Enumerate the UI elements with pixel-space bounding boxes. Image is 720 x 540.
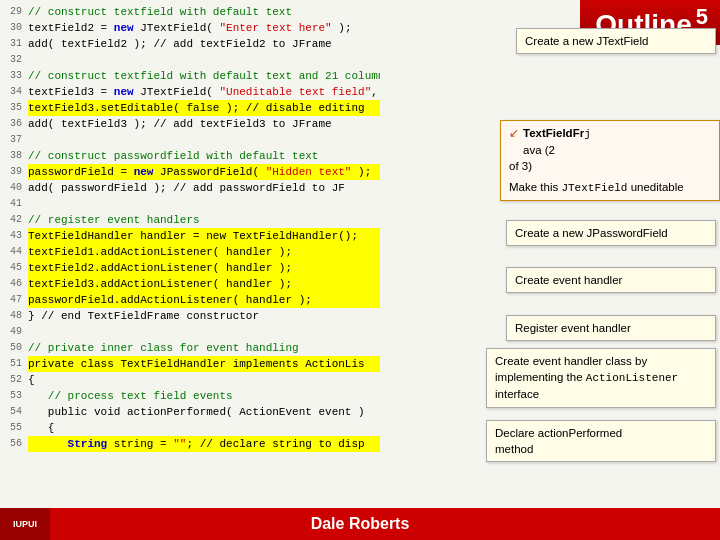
- code-line: 40add( passwordField ); // add passwordF…: [0, 180, 380, 196]
- line-content: add( passwordField ); // add passwordFie…: [28, 180, 380, 196]
- code-line: 31add( textField2 ); // add textField2 t…: [0, 36, 380, 52]
- textfield-fr-of3: of 3): [509, 158, 711, 174]
- tooltip-create-textfield-text: Create a new JTextField: [525, 35, 648, 47]
- line-content: textField2.addActionListener( handler );: [28, 260, 380, 276]
- action-listener-suffix: interface: [495, 388, 539, 400]
- code-line: 54 public void actionPerformed( ActionEv…: [0, 404, 380, 420]
- declare-action-text2: method: [495, 443, 533, 455]
- code-line: 53 // process text field events: [0, 388, 380, 404]
- line-number: 46: [0, 276, 28, 292]
- line-number: 50: [0, 340, 28, 356]
- footer-name: Dale Roberts: [311, 515, 410, 533]
- line-content: // construct textfield with default text…: [28, 68, 380, 84]
- line-content: String string = ""; // declare string to…: [28, 436, 380, 452]
- code-line: 30textField2 = new JTextField( "Enter te…: [0, 20, 380, 36]
- line-content: {: [28, 372, 380, 388]
- code-line: 32: [0, 52, 380, 68]
- line-number: 42: [0, 212, 28, 228]
- code-line: 48} // end TextFieldFrame constructor: [0, 308, 380, 324]
- line-content: passwordField.addActionListener( handler…: [28, 292, 380, 308]
- line-content: {: [28, 420, 380, 436]
- line-number: 56: [0, 436, 28, 452]
- tooltip-textfield-fr: ↙ TextFieldFrj ava (2 of 3) Make this JT…: [500, 120, 720, 201]
- line-number: 34: [0, 84, 28, 100]
- line-content: textField1.addActionListener( handler );: [28, 244, 380, 260]
- tooltip-create-password-text: Create a new JPasswordField: [515, 227, 668, 239]
- tooltip-create-password: Create a new JPasswordField: [506, 220, 716, 246]
- make-uneditable-mono: JTextField: [561, 182, 627, 194]
- line-content: add( textField2 ); // add textField2 to …: [28, 36, 380, 52]
- code-line: 39passwordField = new JPasswordField( "H…: [0, 164, 380, 180]
- line-content: textField2 = new JTextField( "Enter text…: [28, 20, 380, 36]
- line-content: TextFieldHandler handler = new TextField…: [28, 228, 380, 244]
- code-line: 41: [0, 196, 380, 212]
- line-content: add( textField3 ); // add textField3 to …: [28, 116, 380, 132]
- code-line: 51private class TextFieldHandler impleme…: [0, 356, 380, 372]
- tooltip-create-handler: Create event handler: [506, 267, 716, 293]
- code-line: 29// construct textfield with default te…: [0, 4, 380, 20]
- tooltip-make-uneditable: Make this JTextField uneditable: [509, 179, 711, 196]
- line-number: 29: [0, 4, 28, 20]
- line-content: passwordField = new JPasswordField( "Hid…: [28, 164, 380, 180]
- bottom-bar: IUPUI Dale Roberts: [0, 508, 720, 540]
- tooltip-handler-class: Create event handler class by implementi…: [486, 348, 716, 408]
- line-number: 51: [0, 356, 28, 372]
- action-listener-mono: ActionListener: [586, 372, 678, 384]
- code-line: 38// construct passwordfield with defaul…: [0, 148, 380, 164]
- line-number: 35: [0, 100, 28, 116]
- code-line: 42// register event handlers: [0, 212, 380, 228]
- line-number: 41: [0, 196, 28, 212]
- textfield-fr-title: TextFieldFr: [523, 127, 584, 139]
- arrow-icon: ↙: [509, 125, 519, 141]
- line-number: 40: [0, 180, 28, 196]
- line-number: 45: [0, 260, 28, 276]
- outline-number: 5: [696, 4, 708, 29]
- code-line: 49: [0, 324, 380, 340]
- tooltip-create-handler-text: Create event handler: [515, 274, 622, 286]
- line-number: 48: [0, 308, 28, 324]
- tooltip-create-textfield: Create a new JTextField: [516, 28, 716, 54]
- line-number: 39: [0, 164, 28, 180]
- line-number: 30: [0, 20, 28, 36]
- line-content: } // end TextFieldFrame constructor: [28, 308, 380, 324]
- logo-area: IUPUI: [0, 508, 50, 540]
- handler-class-line1: Create event handler class by: [495, 355, 647, 367]
- line-content: // register event handlers: [28, 212, 380, 228]
- line-number: 49: [0, 324, 28, 340]
- code-line: 55 {: [0, 420, 380, 436]
- declare-action-text1: Declare actionPerformed: [495, 427, 622, 439]
- line-number: 36: [0, 116, 28, 132]
- line-number: 31: [0, 36, 28, 52]
- line-content: // private inner class for event handlin…: [28, 340, 380, 356]
- code-line: 50// private inner class for event handl…: [0, 340, 380, 356]
- logo-text: IUPUI: [13, 519, 37, 529]
- line-content: textField3.addActionListener( handler );: [28, 276, 380, 292]
- code-line: 45textField2.addActionListener( handler …: [0, 260, 380, 276]
- textfield-fr-subtitle: ava (2: [523, 144, 555, 156]
- line-number: 53: [0, 388, 28, 404]
- textfield-fr-mono: j: [584, 128, 591, 140]
- line-content: // construct textfield with default text: [28, 4, 380, 20]
- line-number: 38: [0, 148, 28, 164]
- code-line: 43TextFieldHandler handler = new TextFie…: [0, 228, 380, 244]
- code-line: 44textField1.addActionListener( handler …: [0, 244, 380, 260]
- code-line: 36add( textField3 ); // add textField3 t…: [0, 116, 380, 132]
- line-number: 52: [0, 372, 28, 388]
- code-line: 34textField3 = new JTextField( "Uneditab…: [0, 84, 380, 100]
- line-content: // construct passwordfield with default …: [28, 148, 380, 164]
- line-number: 55: [0, 420, 28, 436]
- line-number: 47: [0, 292, 28, 308]
- tooltip-register-handler: Register event handler: [506, 315, 716, 341]
- line-content: // process text field events: [28, 388, 380, 404]
- line-number: 54: [0, 404, 28, 420]
- line-content: public void actionPerformed( ActionEvent…: [28, 404, 380, 420]
- code-line: 56 String string = ""; // declare string…: [0, 436, 380, 452]
- line-number: 43: [0, 228, 28, 244]
- code-area: 29// construct textfield with default te…: [0, 0, 380, 510]
- handler-class-line2: implementing the: [495, 371, 583, 383]
- code-line: 35textField3.setEditable( false ); // di…: [0, 100, 380, 116]
- line-content: textField3 = new JTextField( "Uneditable…: [28, 84, 380, 100]
- code-line: 47passwordField.addActionListener( handl…: [0, 292, 380, 308]
- line-content: textField3.setEditable( false ); // disa…: [28, 100, 380, 116]
- tooltip-register-handler-text: Register event handler: [515, 322, 631, 334]
